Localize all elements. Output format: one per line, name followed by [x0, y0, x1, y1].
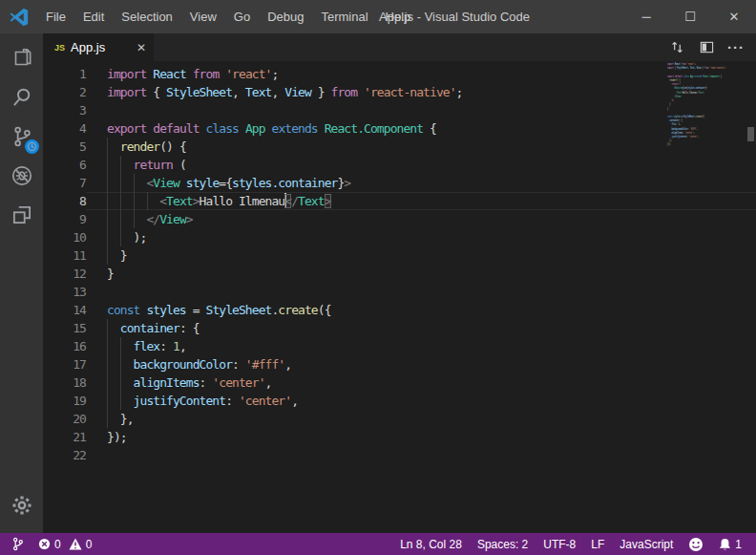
line-number: 15	[43, 319, 86, 337]
window-controls: ─ ☐ ✕	[624, 0, 756, 33]
code-line-18[interactable]: 18 alignItems: 'center',	[43, 374, 756, 392]
notifications-bell[interactable]: 1	[714, 533, 746, 555]
problems-indicator[interactable]: 0 0	[33, 533, 96, 555]
code-lines: 1import React from 'react';2import { Sty…	[43, 61, 756, 464]
line-number: 8	[43, 192, 86, 210]
code-line-21[interactable]: 21});	[43, 428, 756, 446]
eol-setting[interactable]: LF	[586, 533, 609, 555]
line-number: 10	[43, 228, 86, 246]
status-bar: 0 0 Ln 8, Col 28 Spaces: 2 UTF-8 LF Java…	[0, 533, 756, 555]
minimap[interactable]: import React from 'react';import { Style…	[667, 62, 730, 158]
code-line-10[interactable]: 10 );	[43, 228, 756, 246]
more-actions-icon[interactable]: ···	[725, 37, 746, 58]
source-control-icon[interactable]	[0, 117, 43, 155]
tab-close-icon[interactable]: ✕	[136, 41, 146, 54]
line-number: 20	[43, 410, 86, 428]
cursor-position[interactable]: Ln 8, Col 28	[395, 533, 467, 555]
menu-help[interactable]: Help	[377, 0, 420, 33]
editor-actions: ···	[666, 33, 756, 61]
javascript-file-icon: JS	[54, 43, 65, 53]
notification-count: 1	[735, 538, 742, 551]
line-number: 3	[43, 101, 86, 119]
close-button[interactable]: ✕	[712, 0, 756, 33]
code-line-9[interactable]: 9 </View>	[43, 210, 756, 228]
menu-file[interactable]: File	[37, 0, 74, 33]
code-line-15[interactable]: 15 container: {	[43, 319, 756, 337]
code-line-22[interactable]: 22	[43, 446, 756, 464]
code-line-16[interactable]: 16 flex: 1,	[43, 337, 756, 355]
menu-go[interactable]: Go	[225, 0, 259, 33]
language-mode[interactable]: JavaScript	[615, 533, 678, 555]
line-number: 2	[43, 83, 86, 101]
menu-terminal[interactable]: Terminal	[312, 0, 376, 33]
line-number: 9	[43, 210, 86, 228]
extensions-icon[interactable]	[0, 196, 43, 233]
code-line-4[interactable]: 4export default class App extends React.…	[43, 119, 756, 138]
line-number: 1	[43, 65, 86, 83]
tab-bar: JS App.js ✕	[43, 33, 756, 61]
line-number: 7	[43, 174, 86, 192]
warning-icon	[69, 538, 82, 550]
line-number: 12	[43, 265, 86, 283]
feedback-smiley-icon[interactable]	[683, 533, 708, 555]
code-editor[interactable]: 1import React from 'react';2import { Sty…	[43, 61, 756, 533]
menu-bar: FileEditSelectionViewGoDebugTerminalHelp	[37, 0, 419, 33]
code-line-5[interactable]: 5 render() {	[43, 138, 756, 156]
code-line-1[interactable]: 1import React from 'react';	[43, 65, 756, 83]
menu-view[interactable]: View	[181, 0, 225, 33]
scm-sync-clock-badge	[25, 139, 39, 154]
vscode-window: FileEditSelectionViewGoDebugTerminalHelp…	[0, 0, 756, 555]
minimize-button[interactable]: ─	[624, 0, 668, 33]
code-line-2[interactable]: 2import { StyleSheet, Text, View } from …	[43, 83, 756, 101]
line-number: 5	[43, 138, 86, 156]
code-line-7[interactable]: 7 <View style={styles.container}>	[43, 174, 756, 192]
line-number: 6	[43, 156, 86, 174]
activity-bar	[0, 33, 43, 533]
warning-count: 0	[86, 538, 93, 551]
line-number: 14	[43, 301, 86, 319]
sync-arrows-icon[interactable]	[666, 37, 687, 58]
code-line-20[interactable]: 20 },	[43, 410, 756, 428]
code-line-6[interactable]: 6 return (	[43, 156, 756, 174]
line-number: 21	[43, 428, 86, 446]
tab-appjs[interactable]: JS App.js ✕	[43, 33, 154, 61]
line-number: 18	[43, 374, 86, 392]
code-line-8[interactable]: 8 <Text>Hallo Ilmenau</Text>	[43, 192, 756, 210]
code-line-13[interactable]: 13	[43, 283, 756, 301]
line-number: 16	[43, 337, 86, 355]
git-branch-icon[interactable]	[0, 533, 33, 555]
overview-ruler-marker[interactable]	[747, 127, 754, 141]
indentation-setting[interactable]: Spaces: 2	[472, 533, 533, 555]
bell-icon	[719, 538, 731, 551]
line-number: 19	[43, 392, 86, 410]
menu-selection[interactable]: Selection	[113, 0, 180, 33]
maximize-button[interactable]: ☐	[668, 0, 712, 33]
menu-debug[interactable]: Debug	[259, 0, 312, 33]
code-line-12[interactable]: 12}	[43, 265, 756, 283]
split-editor-icon[interactable]	[696, 37, 717, 58]
error-icon	[38, 538, 51, 550]
code-line-3[interactable]: 3	[43, 101, 756, 119]
search-icon[interactable]	[0, 78, 43, 116]
code-line-11[interactable]: 11 }	[43, 246, 756, 265]
title-bar: FileEditSelectionViewGoDebugTerminalHelp…	[0, 0, 756, 33]
menu-edit[interactable]: Edit	[74, 0, 113, 33]
error-count: 0	[54, 538, 61, 551]
line-number: 13	[43, 283, 86, 301]
tab-label: App.js	[71, 40, 105, 54]
explorer-icon[interactable]	[0, 39, 43, 76]
code-line-14[interactable]: 14const styles = StyleSheet.create({	[43, 301, 756, 319]
line-number: 4	[43, 119, 86, 138]
line-number: 17	[43, 355, 86, 374]
encoding-setting[interactable]: UTF-8	[538, 533, 580, 555]
code-line-19[interactable]: 19 justifyContent: 'center',	[43, 392, 756, 410]
code-line-17[interactable]: 17 backgroundColor: '#fff',	[43, 355, 756, 374]
vscode-logo-icon	[9, 7, 30, 28]
line-number: 22	[43, 446, 86, 464]
settings-gear-icon[interactable]	[0, 486, 43, 523]
line-number: 11	[43, 246, 86, 265]
debug-icon[interactable]	[0, 157, 43, 194]
